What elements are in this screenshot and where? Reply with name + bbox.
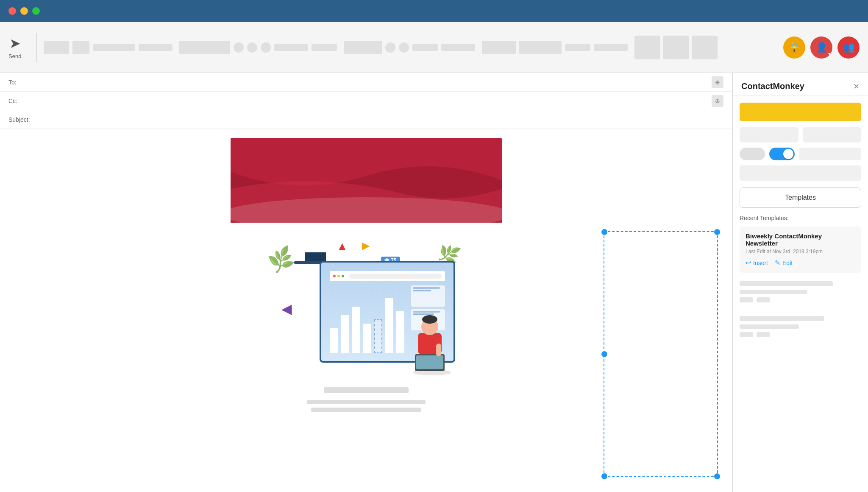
templates-button[interactable]: Templates xyxy=(740,187,861,208)
skeleton-action-1a xyxy=(740,297,753,302)
monitor-container xyxy=(294,252,337,264)
bar-5-selected xyxy=(374,319,382,353)
cc-input[interactable] xyxy=(34,98,712,104)
cc-row: Cc: ⊕ xyxy=(0,92,732,110)
toolbar-divider xyxy=(36,33,37,62)
toolbar-circle-1[interactable] xyxy=(234,42,244,53)
template-card-actions: ↩ Insert ✎ Edit xyxy=(746,259,855,267)
arrow-left: ▲ xyxy=(337,240,348,253)
skeleton-action-2b xyxy=(757,332,770,337)
toolbar-placeholder-7 xyxy=(312,44,337,51)
filter-button-1[interactable] xyxy=(740,127,798,143)
skeleton-line-4 xyxy=(740,324,799,329)
svg-point-5 xyxy=(422,315,437,324)
toolbar-placeholder-17[interactable] xyxy=(692,36,718,59)
sidebar-panel: ContactMonkey ✕ Templates Recent Tem xyxy=(732,73,868,492)
toolbar-action-group xyxy=(482,41,628,54)
toolbar-placeholder-4 xyxy=(139,44,172,51)
user-icon: 👤 xyxy=(816,42,827,53)
to-label: To: xyxy=(8,79,34,86)
toolbar-placeholder-5[interactable] xyxy=(179,41,230,54)
sidebar-body: Templates Recent Templates: Biweekly Con… xyxy=(733,96,868,492)
selection-handle-tr xyxy=(714,229,720,235)
to-add-icon[interactable]: ⊕ xyxy=(712,76,723,88)
skeleton-actions-1 xyxy=(740,297,861,302)
template-edit-button[interactable]: ✎ Edit xyxy=(775,259,793,267)
to-input[interactable] xyxy=(34,79,712,86)
person-svg xyxy=(409,312,451,371)
skeleton-actions-2 xyxy=(740,332,861,337)
selection-handle-bl xyxy=(601,473,607,479)
card-line-1 xyxy=(413,287,440,289)
user-dropdown-arrow: ▾ xyxy=(828,51,831,57)
selection-handle-br xyxy=(714,473,720,479)
toolbar-placeholder-2[interactable] xyxy=(72,41,89,54)
toolbar-placeholder-15[interactable] xyxy=(634,36,660,59)
illustration-box: 🌿 🌿 ▲ ▶ 👁 75 xyxy=(277,240,455,375)
cc-label: Cc: xyxy=(8,98,34,104)
bar-dot-red xyxy=(333,275,336,277)
content-divider xyxy=(239,424,493,424)
toolbar-view-group xyxy=(634,36,718,59)
email-illustration: 🌿 🌿 ▲ ▶ 👁 75 xyxy=(231,223,502,384)
toggle-left-placeholder xyxy=(740,148,765,160)
skeleton-action-2a xyxy=(740,332,753,337)
insert-icon: ↩ xyxy=(746,259,751,267)
toolbar-placeholder-11[interactable] xyxy=(482,41,516,54)
bar-6 xyxy=(385,298,393,353)
template-insert-button[interactable]: ↩ Insert xyxy=(746,259,768,267)
toolbar-format-group xyxy=(44,41,172,54)
filter-button-2[interactable] xyxy=(803,127,862,143)
lock-icon: 🔒 xyxy=(788,42,801,53)
leaf-left: 🌿 xyxy=(265,244,298,275)
bar-dot-green xyxy=(342,275,344,277)
toolbar-placeholder-8[interactable] xyxy=(344,41,382,54)
toolbar-style-group xyxy=(179,41,337,54)
toolbar-placeholder-12[interactable] xyxy=(519,41,562,54)
insert-label: Insert xyxy=(753,260,768,266)
send-label: Send xyxy=(8,53,21,59)
cc-add-icon[interactable]: ⊕ xyxy=(712,95,723,107)
search-bar[interactable] xyxy=(740,103,861,121)
toolbar: ➤ Send 🔒 xyxy=(0,22,868,73)
toolbar-placeholder-1[interactable] xyxy=(44,41,69,54)
send-icon: ➤ xyxy=(9,35,21,51)
search-input-box[interactable] xyxy=(740,165,861,181)
skeleton-line-1 xyxy=(740,281,833,286)
toolbar-placeholder-16[interactable] xyxy=(663,36,689,59)
email-editor: To: ⊕ Cc: ⊕ Subject: xyxy=(0,73,732,492)
filter-row xyxy=(740,127,861,143)
sidebar-header: ContactMonkey ✕ xyxy=(733,73,868,96)
svg-rect-8 xyxy=(436,344,441,356)
email-content-wrapper: 🌿 🌿 ▲ ▶ 👁 75 xyxy=(0,129,732,433)
toolbar-circle-3[interactable] xyxy=(261,42,271,53)
send-button[interactable]: ➤ Send xyxy=(8,35,21,59)
toggle-switch[interactable] xyxy=(769,148,795,160)
contacts-icon-button[interactable]: 👥 xyxy=(837,36,860,59)
bar-dot-yellow xyxy=(337,275,340,277)
minimize-button[interactable] xyxy=(20,7,28,15)
toolbar-circle-2[interactable] xyxy=(247,42,257,53)
bar-4 xyxy=(363,324,371,353)
bar-3 xyxy=(352,307,360,353)
toolbar-placeholder-14 xyxy=(594,44,628,51)
toolbar-placeholder-3 xyxy=(93,44,135,51)
close-button[interactable] xyxy=(8,7,16,15)
sidebar-card-1 xyxy=(411,285,445,307)
toggle-row xyxy=(740,148,861,160)
email-body[interactable]: 🌿 🌿 ▲ ▶ 👁 75 xyxy=(0,129,732,492)
toolbar-circle-5[interactable] xyxy=(399,42,409,53)
subject-input[interactable] xyxy=(34,116,723,123)
toolbar-circle-4[interactable] xyxy=(385,42,395,53)
recent-templates-label: Recent Templates: xyxy=(740,215,861,221)
maximize-button[interactable] xyxy=(32,7,40,15)
toolbar-placeholder-10 xyxy=(441,44,475,51)
skeleton-line-2 xyxy=(740,290,807,294)
chart-bars xyxy=(330,285,407,353)
banner-wave-svg xyxy=(231,138,502,223)
lock-icon-button[interactable]: 🔒 xyxy=(783,36,805,59)
edit-label: Edit xyxy=(782,260,793,266)
close-button[interactable]: ✕ xyxy=(853,82,860,91)
user-menu-button[interactable]: 👤 ▾ xyxy=(810,36,832,59)
email-text-area xyxy=(231,387,502,424)
